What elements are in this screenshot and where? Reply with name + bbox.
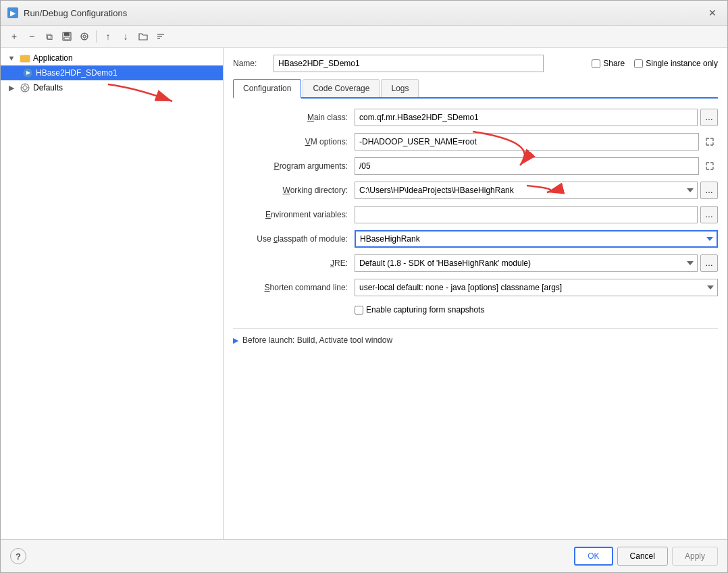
working-directory-label: Working directory: — [233, 186, 355, 195]
share-checkbox[interactable] — [592, 59, 600, 68]
classpath-module-row: Use classpath of module: HBaseHighRank — [233, 229, 718, 248]
name-input[interactable]: HBase2HDF_SDemo1 — [274, 55, 544, 72]
save-config-button[interactable] — [59, 28, 75, 45]
move-down-button[interactable]: ↓ — [118, 28, 134, 45]
working-directory-browse-button[interactable]: … — [700, 182, 718, 199]
jre-field-wrap: Default (1.8 - SDK of 'HBaseHighRank' mo… — [355, 254, 718, 272]
before-launch-section: ▶ Before launch: Build, Activate tool wi… — [233, 328, 718, 345]
action-buttons: OK Cancel Apply — [574, 547, 718, 566]
name-label: Name: — [233, 59, 267, 68]
shorten-command-label: Shorten command line: — [233, 283, 355, 292]
before-launch-header[interactable]: ▶ Before launch: Build, Activate tool wi… — [233, 335, 718, 345]
move-to-folder-button[interactable] — [135, 28, 151, 45]
copy-config-button[interactable]: ⧉ — [41, 28, 57, 45]
program-arguments-field-wrap — [355, 157, 718, 175]
classpath-module-field-wrap: HBaseHighRank — [355, 230, 718, 248]
application-label: Application — [33, 53, 73, 63]
classpath-module-select[interactable]: HBaseHighRank — [355, 230, 718, 248]
working-directory-select[interactable]: C:\Users\HP\IdeaProjects\HBaseHighRank — [355, 182, 698, 199]
working-directory-field-wrap: C:\Users\HP\IdeaProjects\HBaseHighRank … — [355, 182, 718, 199]
shorten-command-field-wrap: user-local default: none - java [options… — [355, 279, 718, 296]
vm-options-input[interactable] — [355, 133, 699, 151]
tab-configuration[interactable]: Configuration — [233, 79, 301, 99]
environment-variables-field-wrap: … — [355, 206, 718, 223]
help-button[interactable]: ? — [10, 548, 26, 564]
hbase2hdf-label: HBase2HDF_SDemo1 — [36, 68, 118, 78]
run-config-icon — [22, 67, 33, 78]
tab-logs[interactable]: Logs — [381, 79, 419, 97]
title-bar: ▶ Run/Debug Configurations ✕ — [1, 1, 727, 26]
shorten-command-row: Shorten command line: user-local default… — [233, 278, 718, 297]
configuration-form: Main class: … VM options: — [233, 108, 718, 315]
config-tree: ▼ Application HBase2HDF_SDemo1 ▶ Default… — [1, 48, 224, 539]
program-arguments-expand-button[interactable] — [702, 158, 718, 174]
environment-variables-label: Environment variables: — [233, 210, 355, 219]
jre-label: JRE: — [233, 258, 355, 268]
tree-defaults[interactable]: ▶ Defaults — [1, 80, 223, 95]
defaults-icon — [20, 82, 30, 93]
program-arguments-label: Program arguments: — [233, 161, 355, 171]
apply-button[interactable]: Apply — [672, 547, 718, 566]
move-up-button[interactable]: ↑ — [100, 28, 116, 45]
program-arguments-row: Program arguments: — [233, 157, 718, 175]
svg-rect-2 — [64, 37, 70, 40]
environment-variables-input[interactable] — [355, 206, 698, 223]
before-launch-label: Before launch: Build, Activate tool wind… — [242, 335, 392, 345]
main-class-browse-button[interactable]: … — [700, 109, 718, 126]
toolbar: + − ⧉ ↑ ↓ — [1, 26, 727, 48]
enable-capturing-row: Enable capturing form snapshots — [233, 305, 718, 315]
share-group: Share Single instance only — [592, 59, 718, 68]
tree-item-hbase2hdf[interactable]: HBase2HDF_SDemo1 — [1, 65, 223, 80]
classpath-module-label: Use classpath of module: — [233, 234, 355, 244]
config-panel: Name: HBase2HDF_SDemo1 Share Single inst… — [224, 48, 727, 539]
vm-options-row: VM options: — [233, 132, 718, 151]
main-class-label: Main class: — [233, 113, 355, 122]
main-class-field-wrap: … — [355, 109, 718, 126]
main-class-input[interactable] — [355, 109, 698, 126]
application-folder-icon — [20, 53, 30, 63]
remove-config-button[interactable]: − — [24, 28, 40, 45]
environment-variables-row: Environment variables: … — [233, 205, 718, 224]
add-config-button[interactable]: + — [6, 28, 22, 45]
app-icon: ▶ — [7, 7, 18, 18]
jre-select[interactable]: Default (1.8 - SDK of 'HBaseHighRank' mo… — [355, 254, 698, 272]
dialog-title: Run/Debug Configurations — [24, 8, 699, 18]
main-class-row: Main class: … — [233, 108, 718, 127]
enable-capturing-checkbox[interactable] — [355, 306, 363, 315]
shorten-command-select[interactable]: user-local default: none - java [options… — [355, 279, 718, 296]
svg-rect-1 — [64, 32, 70, 36]
tab-code-coverage[interactable]: Code Coverage — [303, 79, 380, 97]
before-launch-arrow-icon: ▶ — [233, 336, 238, 345]
vm-options-expand-button[interactable] — [702, 134, 718, 150]
program-arguments-input[interactable] — [355, 157, 699, 175]
share-label[interactable]: Share — [592, 59, 625, 68]
name-row: Name: HBase2HDF_SDemo1 Share Single inst… — [233, 55, 718, 72]
working-directory-row: Working directory: C:\Users\HP\IdeaProje… — [233, 181, 718, 200]
main-content: ▼ Application HBase2HDF_SDemo1 ▶ Default… — [1, 48, 727, 539]
jre-row: JRE: Default (1.8 - SDK of 'HBaseHighRan… — [233, 254, 718, 273]
vm-options-field-wrap — [355, 133, 718, 151]
vm-options-label: VM options: — [233, 137, 355, 146]
expand-defaults-icon[interactable]: ▶ — [6, 82, 17, 93]
jre-browse-button[interactable]: … — [700, 254, 718, 272]
enable-capturing-label[interactable]: Enable capturing form snapshots — [355, 305, 484, 315]
bottom-bar: ? OK Cancel Apply — [1, 539, 727, 572]
sort-button[interactable] — [153, 28, 169, 45]
ok-button[interactable]: OK — [574, 547, 613, 566]
close-button[interactable]: ✕ — [704, 5, 721, 21]
tabs-bar: Configuration Code Coverage Logs — [233, 79, 718, 99]
environment-variables-browse-button[interactable]: … — [700, 206, 718, 223]
defaults-label: Defaults — [33, 83, 63, 92]
single-instance-checkbox[interactable] — [634, 59, 643, 68]
single-instance-label[interactable]: Single instance only — [634, 59, 718, 68]
expand-application-icon[interactable]: ▼ — [6, 53, 17, 63]
edit-config-button[interactable] — [76, 28, 93, 45]
cancel-button[interactable]: Cancel — [617, 547, 668, 566]
tree-application[interactable]: ▼ Application — [1, 51, 223, 65]
